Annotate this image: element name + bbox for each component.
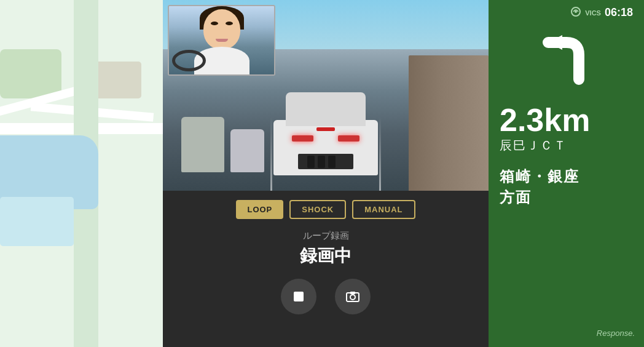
svg-point-2: [350, 295, 355, 300]
video-truck: [409, 55, 489, 191]
camera-button[interactable]: [335, 279, 371, 314]
stop-icon: [292, 290, 305, 303]
video-lane-right: [379, 117, 381, 191]
response-text: Response.: [597, 329, 635, 338]
recording-status: 録画中: [300, 244, 351, 268]
shock-mode-button[interactable]: SHOCK: [289, 200, 346, 219]
nav-junction: 辰巳ＪＣＴ: [500, 137, 633, 154]
turn-arrow: [533, 30, 600, 98]
recording-label: ループ録画: [303, 230, 349, 242]
inset-camera: [168, 5, 275, 76]
mode-buttons: LOOP SHOCK MANUAL: [236, 200, 415, 219]
vics-icon: [570, 6, 581, 19]
map-green-zone: [0, 49, 61, 98]
controls-area: LOOP SHOCK MANUAL ループ録画 録画中: [163, 191, 489, 347]
vics-label: VICS: [585, 9, 601, 17]
map-gray-zone: [92, 62, 141, 98]
driver-face: [203, 9, 240, 49]
map-water-body2: [0, 197, 74, 246]
nav-direction: 箱崎・銀座 方面: [500, 166, 633, 207]
nav-time: 06:18: [605, 6, 633, 19]
camera-icon: [345, 289, 360, 304]
loop-mode-button[interactable]: LOOP: [236, 200, 283, 219]
response-logo: Response.: [597, 329, 635, 338]
inset-driver-view: [169, 6, 274, 74]
signal-icon: [570, 6, 581, 17]
stop-button[interactable]: [281, 279, 316, 314]
svg-point-5: [575, 10, 577, 13]
video-traffic-left: [181, 117, 224, 172]
video-main-car: [273, 98, 378, 175]
map-panel: [0, 0, 163, 347]
nav-direction-line1: 箱崎・銀座: [500, 168, 579, 185]
svg-rect-0: [294, 292, 304, 301]
video-lane-left: [270, 117, 272, 191]
nav-direction-line2: 方面: [500, 189, 532, 205]
manual-mode-button[interactable]: MANUAL: [352, 200, 415, 219]
action-buttons: [281, 279, 371, 314]
nav-distance: 2.3km: [500, 104, 633, 136]
nav-header: VICS 06:18: [500, 6, 633, 19]
video-traffic-left2: [230, 129, 264, 172]
nav-arrow-container: [500, 30, 633, 98]
svg-rect-3: [350, 292, 355, 294]
navigation-panel: VICS 06:18 2.3km 辰巳ＪＣＴ 箱崎・銀座 方面 Response…: [489, 0, 644, 347]
dashcam-panel: LOOP SHOCK MANUAL ループ録画 録画中: [163, 0, 489, 347]
dashcam-video: [163, 0, 489, 191]
